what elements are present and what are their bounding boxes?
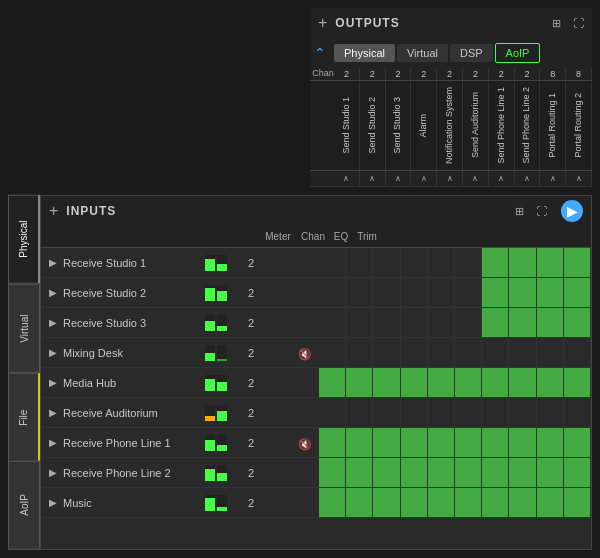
matrix-cell[interactable]	[401, 398, 428, 427]
matrix-cell[interactable]	[346, 458, 373, 487]
side-tab-aoip[interactable]: AoIP	[8, 461, 40, 550]
matrix-cell[interactable]	[537, 428, 564, 457]
output-chevron-5[interactable]: ∧	[463, 171, 489, 186]
matrix-cell[interactable]	[401, 278, 428, 307]
matrix-cell[interactable]	[319, 488, 346, 517]
matrix-cell[interactable]	[482, 368, 509, 397]
matrix-cell[interactable]	[564, 398, 591, 427]
matrix-cell[interactable]	[373, 398, 400, 427]
matrix-cell[interactable]	[455, 308, 482, 337]
matrix-cell[interactable]	[401, 428, 428, 457]
matrix-cell[interactable]	[373, 338, 400, 367]
matrix-cell[interactable]	[482, 338, 509, 367]
matrix-cell[interactable]	[401, 458, 428, 487]
row-expand-icon[interactable]: ▶	[49, 317, 57, 328]
matrix-cell[interactable]	[319, 368, 346, 397]
input-row-6[interactable]: ▶Receive Phone Line 12🔇	[41, 428, 591, 458]
matrix-cell[interactable]	[509, 458, 536, 487]
expand-icon[interactable]: ⊞	[552, 17, 561, 30]
matrix-cell[interactable]	[509, 278, 536, 307]
matrix-cell[interactable]	[564, 428, 591, 457]
matrix-cell[interactable]	[373, 278, 400, 307]
row-expand-icon[interactable]: ▶	[49, 407, 57, 418]
output-chevron-3[interactable]: ∧	[411, 171, 437, 186]
mute-icon[interactable]: 🔇	[298, 438, 312, 450]
side-tab-virtual[interactable]: Virtual	[8, 284, 40, 373]
matrix-cell[interactable]	[482, 488, 509, 517]
matrix-cell[interactable]	[537, 488, 564, 517]
tab-physical[interactable]: Physical	[334, 44, 395, 62]
matrix-cell[interactable]	[428, 248, 455, 277]
matrix-cell[interactable]	[428, 308, 455, 337]
matrix-cell[interactable]	[482, 308, 509, 337]
matrix-cell[interactable]	[455, 338, 482, 367]
matrix-cell[interactable]	[319, 458, 346, 487]
matrix-cell[interactable]	[455, 458, 482, 487]
output-chevron-6[interactable]: ∧	[489, 171, 515, 186]
matrix-cell[interactable]	[509, 338, 536, 367]
matrix-cell[interactable]	[346, 398, 373, 427]
matrix-cell[interactable]	[455, 488, 482, 517]
tab-virtual[interactable]: Virtual	[397, 44, 448, 62]
matrix-cell[interactable]	[373, 428, 400, 457]
matrix-cell[interactable]	[346, 248, 373, 277]
matrix-cell[interactable]	[346, 488, 373, 517]
row-expand-icon[interactable]: ▶	[49, 257, 57, 268]
matrix-cell[interactable]	[346, 278, 373, 307]
matrix-cell[interactable]	[455, 398, 482, 427]
matrix-cell[interactable]	[537, 308, 564, 337]
row-expand-icon[interactable]: ▶	[49, 287, 57, 298]
row-expand-icon[interactable]: ▶	[49, 347, 57, 358]
output-chevron-0[interactable]: ∧	[334, 171, 360, 186]
matrix-cell[interactable]	[373, 308, 400, 337]
matrix-cell[interactable]	[564, 368, 591, 397]
matrix-cell[interactable]	[455, 278, 482, 307]
matrix-cell[interactable]	[509, 488, 536, 517]
input-row-0[interactable]: ▶Receive Studio 12	[41, 248, 591, 278]
row-expand-icon[interactable]: ▶	[49, 497, 57, 508]
matrix-cell[interactable]	[564, 458, 591, 487]
matrix-cell[interactable]	[428, 428, 455, 457]
matrix-cell[interactable]	[401, 338, 428, 367]
matrix-cell[interactable]	[564, 248, 591, 277]
matrix-cell[interactable]	[428, 368, 455, 397]
matrix-cell[interactable]	[564, 308, 591, 337]
row-expand-icon[interactable]: ▶	[49, 467, 57, 478]
output-chevron-2[interactable]: ∧	[386, 171, 412, 186]
matrix-cell[interactable]	[564, 338, 591, 367]
outputs-add-icon[interactable]: +	[318, 14, 327, 32]
outputs-tab-chevron[interactable]: ⌃	[314, 45, 326, 61]
matrix-cell[interactable]	[346, 308, 373, 337]
matrix-cell[interactable]	[401, 248, 428, 277]
matrix-cell[interactable]	[428, 398, 455, 427]
matrix-cell[interactable]	[537, 398, 564, 427]
matrix-cell[interactable]	[319, 308, 346, 337]
input-row-5[interactable]: ▶Receive Auditorium2	[41, 398, 591, 428]
output-chevron-9[interactable]: ∧	[566, 171, 592, 186]
mute-icon[interactable]: 🔇	[298, 348, 312, 360]
matrix-cell[interactable]	[482, 458, 509, 487]
matrix-cell[interactable]	[401, 308, 428, 337]
matrix-cell[interactable]	[319, 338, 346, 367]
matrix-cell[interactable]	[509, 368, 536, 397]
matrix-cell[interactable]	[482, 248, 509, 277]
input-row-2[interactable]: ▶Receive Studio 32	[41, 308, 591, 338]
input-row-4[interactable]: ▶Media Hub2	[41, 368, 591, 398]
matrix-cell[interactable]	[428, 458, 455, 487]
input-row-3[interactable]: ▶Mixing Desk2🔇	[41, 338, 591, 368]
matrix-cell[interactable]	[373, 368, 400, 397]
matrix-cell[interactable]	[428, 338, 455, 367]
side-tab-file[interactable]: File	[8, 373, 40, 462]
matrix-cell[interactable]	[482, 398, 509, 427]
matrix-cell[interactable]	[455, 248, 482, 277]
matrix-cell[interactable]	[319, 398, 346, 427]
matrix-cell[interactable]	[537, 278, 564, 307]
tab-aoip[interactable]: AoIP	[495, 43, 541, 63]
input-row-8[interactable]: ▶Music2	[41, 488, 591, 518]
matrix-cell[interactable]	[455, 368, 482, 397]
matrix-cell[interactable]	[537, 338, 564, 367]
matrix-cell[interactable]	[564, 488, 591, 517]
matrix-cell[interactable]	[319, 248, 346, 277]
matrix-cell[interactable]	[509, 248, 536, 277]
matrix-cell[interactable]	[537, 458, 564, 487]
